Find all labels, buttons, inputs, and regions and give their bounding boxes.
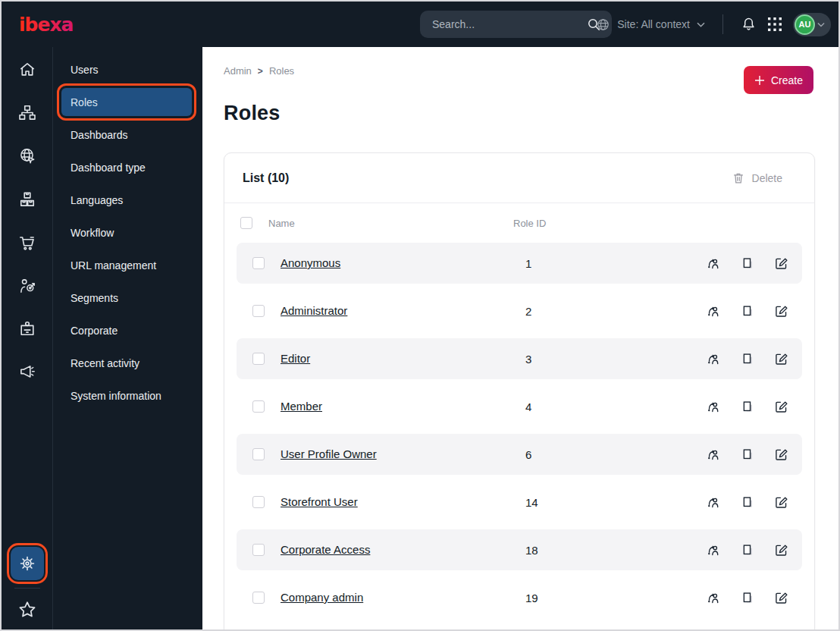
site-context-label: Site: All context — [617, 18, 690, 30]
menu-item-dashboard-type[interactable]: Dashboard type — [61, 153, 192, 181]
bookmarks-button[interactable] — [12, 595, 42, 625]
role-name-link[interactable]: Company admin — [281, 591, 363, 604]
table-row: User Profile Owner 6 — [237, 434, 802, 475]
table-row: Member 4 — [237, 386, 802, 427]
assign-users-icon — [705, 447, 720, 462]
breadcrumb-separator: > — [258, 66, 263, 77]
copy-icon — [739, 351, 754, 366]
create-button[interactable]: Create — [744, 66, 813, 94]
assign-users-button[interactable] — [705, 447, 720, 462]
ibexa-logo[interactable]: ibexa — [18, 11, 83, 37]
role-id-value: 6 — [525, 448, 705, 461]
nav-commerce-icon[interactable] — [12, 228, 42, 258]
nav-corporate-icon[interactable] — [12, 314, 42, 344]
menu-item-segments[interactable]: Segments — [61, 284, 192, 312]
edit-button[interactable] — [773, 399, 788, 414]
edit-button[interactable] — [773, 494, 788, 510]
star-icon — [17, 599, 38, 620]
copy-button[interactable] — [739, 303, 754, 319]
menu-item-corporate[interactable]: Corporate — [61, 316, 192, 344]
copy-icon — [739, 542, 754, 557]
assign-users-button[interactable] — [705, 256, 720, 271]
edit-button[interactable] — [773, 303, 788, 319]
row-checkbox[interactable] — [252, 592, 265, 604]
role-name-link[interactable]: Administrator — [281, 304, 347, 317]
role-name-link[interactable]: Member — [281, 400, 322, 413]
copy-button[interactable] — [739, 590, 754, 605]
gear-icon — [17, 554, 37, 573]
role-id-value: 14 — [525, 496, 705, 509]
copy-button[interactable] — [739, 447, 754, 462]
role-id-value: 18 — [525, 544, 705, 557]
roles-list-card: List (10) Delete Name Role ID Anonymous — [224, 152, 815, 629]
select-all-checkbox[interactable] — [240, 217, 252, 229]
nav-site-icon[interactable] — [12, 141, 42, 171]
menu-item-users[interactable]: Users — [61, 55, 192, 83]
app-switcher-button[interactable] — [768, 17, 782, 31]
row-checkbox[interactable] — [252, 496, 265, 508]
global-search[interactable] — [420, 11, 612, 38]
copy-button[interactable] — [739, 351, 754, 366]
search-input[interactable] — [432, 18, 586, 30]
copy-icon — [739, 399, 754, 414]
role-name-link[interactable]: Anonymous — [281, 256, 340, 269]
topbar-divider — [722, 14, 723, 34]
nav-products-icon[interactable] — [12, 184, 42, 215]
table-row: Administrator 2 — [237, 290, 802, 331]
row-checkbox[interactable] — [252, 305, 265, 317]
table-row: Editor 3 — [237, 338, 802, 379]
copy-button[interactable] — [739, 399, 754, 414]
assign-users-button[interactable] — [705, 590, 720, 605]
table-row: Anonymous 1 — [237, 243, 802, 284]
notifications-button[interactable] — [741, 16, 757, 33]
edit-button[interactable] — [773, 351, 788, 366]
nav-home-icon[interactable] — [12, 55, 42, 85]
nav-marketing-icon[interactable] — [12, 357, 42, 388]
copy-button[interactable] — [739, 494, 754, 510]
assign-users-button[interactable] — [705, 494, 720, 510]
site-context-selector[interactable]: Site: All context — [596, 17, 705, 32]
globe-icon — [596, 17, 610, 32]
trash-icon — [732, 171, 745, 185]
role-name-link[interactable]: User Profile Owner — [281, 447, 377, 460]
breadcrumb-admin[interactable]: Admin — [224, 65, 252, 77]
nav-personalization-icon[interactable] — [12, 271, 42, 301]
assign-users-icon — [705, 256, 720, 271]
menu-item-url-management[interactable]: URL management — [61, 251, 192, 279]
role-name-link[interactable]: Editor — [281, 352, 310, 365]
assign-users-icon — [705, 351, 720, 366]
row-checkbox[interactable] — [252, 448, 265, 460]
user-menu[interactable]: AU — [793, 13, 831, 36]
assign-users-button[interactable] — [705, 542, 720, 557]
nav-content-tree-icon[interactable] — [12, 98, 42, 128]
admin-settings-button[interactable] — [11, 547, 44, 580]
chevron-down-icon — [697, 22, 705, 27]
role-name-link[interactable]: Corporate Access — [281, 543, 370, 556]
menu-item-recent-activity[interactable]: Recent activity — [61, 349, 192, 377]
row-checkbox[interactable] — [252, 353, 265, 365]
assign-users-icon — [705, 303, 720, 319]
create-button-label: Create — [771, 74, 803, 86]
copy-button[interactable] — [739, 256, 754, 271]
edit-button[interactable] — [773, 542, 788, 557]
rail-divider — [14, 588, 40, 589]
menu-item-system-information[interactable]: System information — [61, 381, 192, 410]
assign-users-button[interactable] — [705, 303, 720, 319]
row-checkbox[interactable] — [252, 544, 265, 556]
delete-button[interactable]: Delete — [732, 171, 782, 185]
row-checkbox[interactable] — [252, 257, 265, 269]
copy-icon — [739, 590, 754, 605]
menu-item-languages[interactable]: Languages — [61, 186, 192, 214]
menu-item-dashboards[interactable]: Dashboards — [61, 121, 192, 149]
edit-button[interactable] — [773, 447, 788, 462]
menu-item-workflow[interactable]: Workflow — [61, 218, 192, 246]
assign-users-button[interactable] — [705, 351, 720, 366]
role-name-link[interactable]: Storefront User — [281, 495, 358, 508]
assign-users-button[interactable] — [705, 399, 720, 414]
row-checkbox[interactable] — [252, 400, 265, 413]
admin-menu: Users Roles Dashboards Dashboard type La… — [53, 47, 202, 629]
edit-button[interactable] — [773, 590, 788, 605]
edit-button[interactable] — [773, 256, 788, 271]
menu-item-roles[interactable]: Roles — [61, 88, 192, 116]
copy-button[interactable] — [739, 542, 754, 557]
